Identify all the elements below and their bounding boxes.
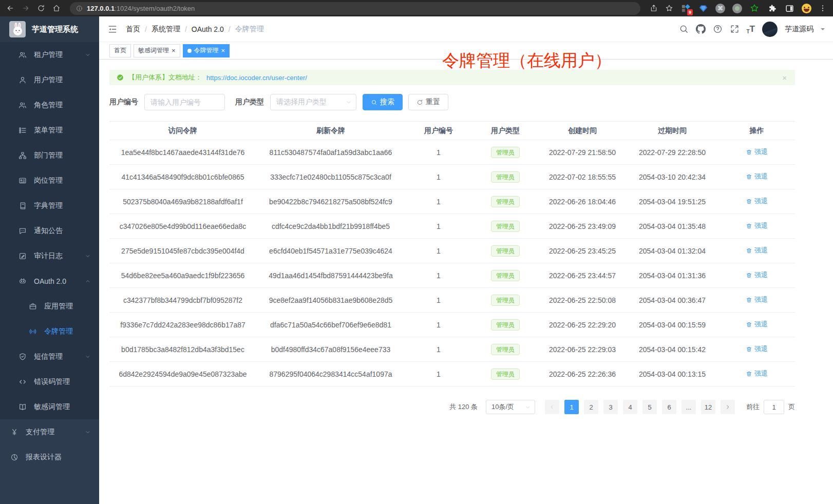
bookmark-star-icon[interactable] <box>665 4 673 12</box>
sidebar-item-tenant[interactable]: 租户管理 <box>0 42 99 67</box>
page-button-3[interactable]: 3 <box>603 400 618 414</box>
sidebar-item-sensitive-word[interactable]: 敏感词管理 <box>0 394 99 419</box>
extension-command-icon[interactable]: ⌘ <box>715 4 725 13</box>
sidebar-item-error-code[interactable]: 错误码管理 <box>0 369 99 394</box>
top-navbar: 首页/系统管理/OAuth 2.0/令牌管理 TT 芋道源码 <box>99 16 833 42</box>
extension-sidepanel-icon[interactable] <box>784 3 794 13</box>
extension-puzzle-icon[interactable] <box>767 3 777 13</box>
sidebar-item-report[interactable]: 报表设计器 <box>0 444 99 470</box>
next-page-button[interactable] <box>721 400 735 414</box>
message-icon <box>18 227 27 235</box>
search-icon[interactable] <box>679 24 689 34</box>
goto-page-input[interactable] <box>764 400 784 414</box>
search-button[interactable]: 搜索 <box>363 94 403 110</box>
user-id-input[interactable] <box>144 94 225 110</box>
sidebar-item-oauth2-token[interactable]: 令牌管理 <box>0 319 99 344</box>
user-type-badge: 管理员 <box>491 369 520 380</box>
prev-page-button[interactable] <box>545 400 559 414</box>
share-icon[interactable] <box>650 4 658 12</box>
profile-avatar-icon[interactable] <box>802 4 811 13</box>
font-size-icon[interactable]: TT <box>747 24 755 34</box>
refresh-token-cell: 8796295f04064c2983414cc54af1097a <box>256 362 405 386</box>
sidebar-menu: 租户管理用户管理角色管理菜单管理部门管理岗位管理字典管理通知公告审计日志OAut… <box>0 42 99 470</box>
sidebar-item-dict[interactable]: 字典管理 <box>0 193 99 218</box>
close-icon[interactable]: × <box>172 47 176 54</box>
trash-icon <box>746 173 752 180</box>
fullscreen-icon[interactable] <box>730 24 740 34</box>
force-logout-button[interactable]: 强退 <box>746 344 768 354</box>
help-icon[interactable] <box>713 24 723 34</box>
page-button-12[interactable]: 12 <box>701 400 715 414</box>
sidebar-item-sms[interactable]: 短信管理 <box>0 344 99 369</box>
browser-home-icon[interactable] <box>52 4 61 12</box>
browser-menu-icon[interactable] <box>819 4 827 12</box>
sidebar-item-notice[interactable]: 通知公告 <box>0 218 99 243</box>
force-logout-button[interactable]: 强退 <box>746 147 768 157</box>
page-content: 【用户体系】文档地址： https://doc.iocoder.cn/user-… <box>109 70 795 414</box>
app-logo[interactable]: 芋道管理系统 <box>0 16 99 42</box>
sidebar-item-label: 应用管理 <box>44 302 73 311</box>
created-time-cell: 2022-06-25 22:26:36 <box>539 362 626 386</box>
page-button-4[interactable]: 4 <box>623 400 637 414</box>
user-type-select[interactable]: 请选择用户类型 <box>270 94 356 110</box>
sidebar-item-user[interactable]: 用户管理 <box>0 67 99 92</box>
github-icon[interactable] <box>696 24 706 34</box>
tab-sensitive-word[interactable]: 敏感词管理× <box>134 44 180 57</box>
page-size-select[interactable]: 10条/页 <box>486 400 535 414</box>
url-bar[interactable]: 127.0.0.1:1024/system/oauth2/token <box>70 2 640 15</box>
extension-star-icon[interactable] <box>749 3 760 13</box>
trash-icon <box>746 247 752 254</box>
sidebar-item-audit-log[interactable]: 审计日志 <box>0 243 99 268</box>
extension-gem-icon[interactable] <box>698 3 708 13</box>
sidebar-collapse-icon[interactable] <box>107 24 118 34</box>
force-logout-button[interactable]: 强退 <box>746 369 768 378</box>
browser-forward-icon[interactable] <box>22 4 30 12</box>
sidebar-item-dept[interactable]: 部门管理 <box>0 143 99 168</box>
force-logout-button[interactable]: 强退 <box>746 295 768 304</box>
tab-home[interactable]: 首页 <box>109 44 131 57</box>
sidebar-item-oauth2-app[interactable]: 应用管理 <box>0 294 99 319</box>
action-cell: 强退 <box>718 214 795 239</box>
breadcrumb-item[interactable]: 首页 <box>126 25 140 34</box>
user-type-badge: 管理员 <box>491 295 520 306</box>
trash-icon <box>746 346 752 353</box>
force-logout-button[interactable]: 强退 <box>746 270 768 280</box>
url-host: 127.0.0.1 <box>87 5 115 12</box>
browser-reload-icon[interactable] <box>37 4 45 12</box>
force-logout-button[interactable]: 强退 <box>746 197 768 206</box>
force-logout-button[interactable]: 强退 <box>746 320 768 329</box>
extension-record-icon[interactable] <box>732 4 742 13</box>
breadcrumb-item[interactable]: OAuth 2.0 <box>192 25 224 33</box>
user-type-cell: 管理员 <box>472 140 539 165</box>
caret-down-icon[interactable] <box>821 28 825 32</box>
browser-back-icon[interactable] <box>6 4 14 12</box>
sidebar-item-menu[interactable]: 菜单管理 <box>0 118 99 143</box>
alert-close-icon[interactable]: × <box>782 73 787 82</box>
user-name[interactable]: 芋道源码 <box>785 25 813 34</box>
sidebar-item-label: 短信管理 <box>34 352 63 361</box>
page-button-2[interactable]: 2 <box>584 400 598 414</box>
force-logout-button[interactable]: 强退 <box>746 221 768 230</box>
user-avatar[interactable] <box>762 22 778 37</box>
breadcrumb-item[interactable]: 系统管理 <box>152 25 180 34</box>
page-button-5[interactable]: 5 <box>642 400 657 414</box>
page-button-6[interactable]: 6 <box>662 400 676 414</box>
site-info-icon[interactable] <box>76 5 83 12</box>
force-logout-button[interactable]: 强退 <box>746 246 768 255</box>
extension-tabs-icon[interactable]: 9 <box>680 3 691 13</box>
sidebar-item-post[interactable]: 岗位管理 <box>0 168 99 193</box>
sidebar-item-oauth2[interactable]: OAuth 2.0 <box>0 268 99 294</box>
reset-button[interactable]: 重置 <box>408 94 448 110</box>
close-icon[interactable]: × <box>221 47 225 54</box>
force-logout-button[interactable]: 强退 <box>746 172 768 181</box>
expire-time-cell: 2022-07-29 22:28:50 <box>626 140 718 165</box>
user-type-badge: 管理员 <box>491 147 520 158</box>
sidebar-item-role[interactable]: 角色管理 <box>0 92 99 118</box>
force-logout-label: 强退 <box>754 369 768 378</box>
pagination-more[interactable]: ... <box>681 400 696 414</box>
tab-token[interactable]: 令牌管理× <box>183 44 230 57</box>
doc-link[interactable]: https://doc.iocoder.cn/user-center/ <box>206 74 307 82</box>
sidebar-item-label: 通知公告 <box>34 226 63 236</box>
sidebar-item-pay[interactable]: 支付管理 <box>0 419 99 444</box>
page-button-1[interactable]: 1 <box>564 400 579 414</box>
